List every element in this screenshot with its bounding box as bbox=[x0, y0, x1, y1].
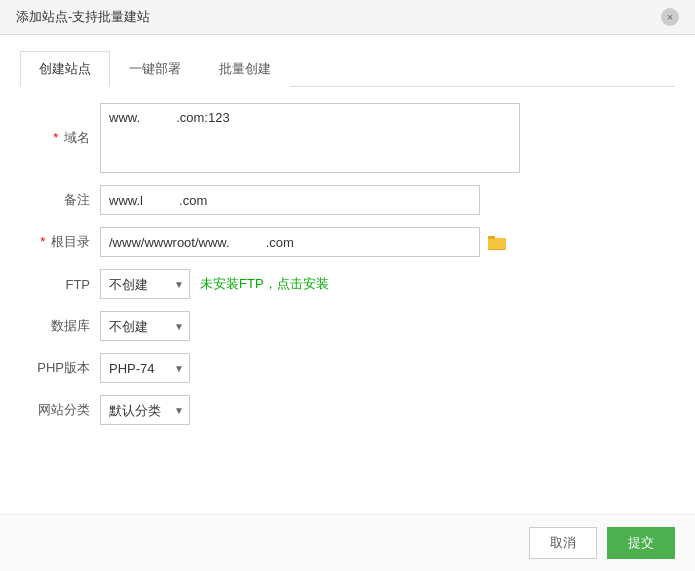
svg-rect-2 bbox=[488, 238, 506, 249]
form: * 域名 www. .com:123 备注 * 根目录 bbox=[20, 103, 675, 498]
tab-bar: 创建站点 一键部署 批量创建 bbox=[20, 51, 675, 87]
db-select-wrapper: 不创建 ▼ bbox=[100, 311, 190, 341]
ftp-select-wrapper: 不创建 ▼ bbox=[100, 269, 190, 299]
category-select[interactable]: 默认分类 bbox=[100, 395, 190, 425]
php-row: PHP版本 PHP-74 ▼ bbox=[20, 353, 675, 383]
category-select-wrapper: 默认分类 ▼ bbox=[100, 395, 190, 425]
root-required: * bbox=[40, 234, 45, 249]
window-title: 添加站点-支持批量建站 bbox=[16, 8, 150, 26]
folder-icon[interactable] bbox=[486, 231, 508, 253]
cancel-button[interactable]: 取消 bbox=[529, 527, 597, 559]
window: 添加站点-支持批量建站 × 创建站点 一键部署 批量创建 * 域名 bbox=[0, 0, 695, 571]
php-select-wrapper: PHP-74 ▼ bbox=[100, 353, 190, 383]
ftp-install-link[interactable]: 未安装FTP，点击安装 bbox=[200, 275, 329, 293]
root-input-group bbox=[100, 227, 508, 257]
php-label: PHP版本 bbox=[20, 359, 90, 377]
close-icon: × bbox=[667, 11, 673, 23]
ftp-label: FTP bbox=[20, 277, 90, 292]
db-label: 数据库 bbox=[20, 317, 90, 335]
title-bar: 添加站点-支持批量建站 × bbox=[0, 0, 695, 35]
submit-button[interactable]: 提交 bbox=[607, 527, 675, 559]
category-label: 网站分类 bbox=[20, 401, 90, 419]
svg-rect-3 bbox=[488, 236, 495, 239]
domain-row: * 域名 www. .com:123 bbox=[20, 103, 675, 173]
tab-batch[interactable]: 批量创建 bbox=[200, 51, 290, 87]
domain-label: * 域名 bbox=[20, 129, 90, 147]
note-input[interactable] bbox=[100, 185, 480, 215]
ftp-row: FTP 不创建 ▼ 未安装FTP，点击安装 bbox=[20, 269, 675, 299]
category-row: 网站分类 默认分类 ▼ bbox=[20, 395, 675, 425]
tab-deploy[interactable]: 一键部署 bbox=[110, 51, 200, 87]
main-content: 创建站点 一键部署 批量创建 * 域名 www. .com:123 bbox=[0, 35, 695, 514]
root-label: * 根目录 bbox=[20, 233, 90, 251]
php-select[interactable]: PHP-74 bbox=[100, 353, 190, 383]
ftp-select[interactable]: 不创建 bbox=[100, 269, 190, 299]
domain-required: * bbox=[53, 130, 58, 145]
tab-create[interactable]: 创建站点 bbox=[20, 51, 110, 87]
db-select[interactable]: 不创建 bbox=[100, 311, 190, 341]
close-button[interactable]: × bbox=[661, 8, 679, 26]
note-row: 备注 bbox=[20, 185, 675, 215]
note-label: 备注 bbox=[20, 191, 90, 209]
root-input[interactable] bbox=[100, 227, 480, 257]
domain-input[interactable]: www. .com:123 bbox=[100, 103, 520, 173]
footer: 取消 提交 bbox=[0, 514, 695, 571]
db-row: 数据库 不创建 ▼ bbox=[20, 311, 675, 341]
root-row: * 根目录 bbox=[20, 227, 675, 257]
